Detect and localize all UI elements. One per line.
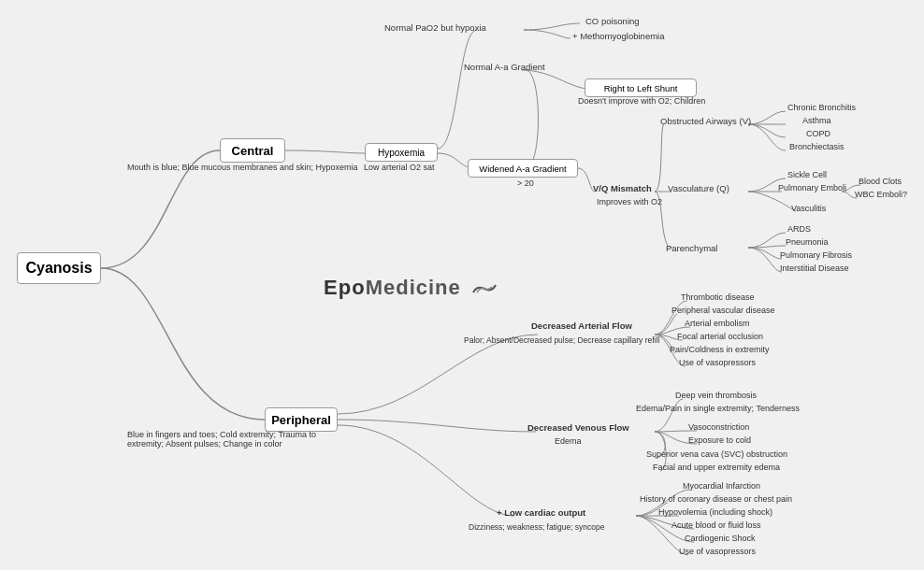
acute-blood-node: Acute blood or fluid loss — [666, 519, 767, 532]
parenchymal-node: Parenchymal — [660, 241, 723, 255]
hypoxemia-node: Hypoxemia — [365, 143, 438, 162]
decreased-arterial-node: Decreased Arterial Flow — [526, 319, 638, 333]
right-left-shunt-sub: Doesn't improve with O2; Children — [572, 94, 711, 107]
interstitial-node: Interstitial Disease — [774, 262, 855, 275]
peripheral-vascular-node: Peripheral vascular disease — [666, 304, 781, 317]
obstructed-node: Obstructed Airways (V) — [655, 114, 757, 128]
bronchiectasis-node: Bronchiectasis — [784, 140, 850, 153]
peripheral-desc: Blue in fingers and toes; Cold extremity… — [122, 428, 327, 450]
exposure-cold-node: Exposure to cold — [683, 434, 757, 447]
widened-aa-node: Widened A-a Gradient — [468, 159, 578, 178]
vasculitis-node: Vasculitis — [786, 202, 831, 215]
blood-clots-node: Blood Clots — [853, 175, 907, 188]
pain-coldness-node: Pain/Coldness in extremity — [664, 343, 775, 356]
pulm-fibrosis-node: Pulmonary Fibrosis — [774, 249, 858, 262]
normal-aa-node: Normal A-a Gradient — [458, 60, 551, 74]
ards-node: ARDS — [782, 222, 816, 235]
central-node: Central — [220, 138, 285, 163]
arterial-embolism-node: Arterial embolism — [679, 317, 756, 330]
edema-pain-node: Edema/Pain in single extremity; Tenderne… — [630, 402, 805, 415]
myocardial-node: Myocardial Infarction — [677, 479, 766, 492]
wbc-emboli-node: WBC Emboli? — [849, 188, 913, 201]
epomedicine-logo: EpoMedicine — [318, 276, 505, 300]
history-coronary-node: History of coronary disease or chest pai… — [634, 492, 798, 506]
decreased-arterial-sub: Palor; Absent/Decreased pulse; Decrease … — [458, 334, 665, 347]
root-node: Cyanosis — [17, 252, 101, 284]
copd-node: COPD — [801, 127, 836, 140]
normal-pao2-node: Normal PaO2 but hypoxia — [379, 21, 492, 35]
low-cardiac-sub: Dizziness; weakness; fatigue; syncope — [463, 520, 611, 534]
vasculature-node: Vasculature (Q) — [662, 181, 735, 195]
widened-aa-sub: > 20 — [512, 177, 540, 190]
vq-mismatch-node: V/Q Mismatch — [587, 181, 657, 195]
use-vasopressors-node: Use of vasopressors — [673, 356, 761, 369]
methemo-node: + Methomyoglobinemia — [567, 29, 670, 43]
low-cardiac-node: + Low cardiac output — [491, 506, 591, 520]
cardiogenic-node: Cardiogenic Shock — [679, 532, 761, 545]
sickle-cell-node: Sickle Cell — [782, 168, 832, 181]
asthma-node: Asthma — [797, 114, 837, 127]
chronic-bronchitis-node: Chronic Bronchitis — [782, 101, 861, 114]
co-poisoning-node: CO poisoning — [580, 14, 645, 28]
central-desc: Mouth is blue; Blue mucous membranes and… — [122, 161, 364, 174]
mind-map-container: Cyanosis Central Mouth is blue; Blue muc… — [0, 0, 924, 570]
decreased-venous-sub: Edema — [549, 435, 587, 448]
vasoconstriction-node: Vasoconstriction — [683, 420, 755, 434]
pulmonary-emboli-node: Pulmonary Emboli — [772, 181, 852, 194]
decreased-venous-node: Decreased Venous Flow — [522, 420, 635, 435]
hypoxemia-sub: Low arterial O2 sat — [358, 161, 440, 174]
vq-mismatch-sub: Improves with O2 — [591, 195, 668, 208]
use-vasopressors2-node: Use of vasopressors — [673, 545, 761, 558]
deep-vein-node: Deep vein thrombosis — [670, 389, 762, 402]
facial-edema-node: Facial and upper extremity edema — [647, 461, 786, 474]
pneumonia-node: Pneumonia — [780, 235, 834, 249]
hypovolemia-node: Hypovolemia (including shock) — [653, 506, 778, 519]
focal-arterial-node: Focal arterial occlusion — [671, 330, 769, 343]
svc-obstruction-node: Superior vena cava (SVC) obstruction — [641, 448, 793, 461]
thrombotic-node: Thrombotic disease — [675, 291, 760, 304]
